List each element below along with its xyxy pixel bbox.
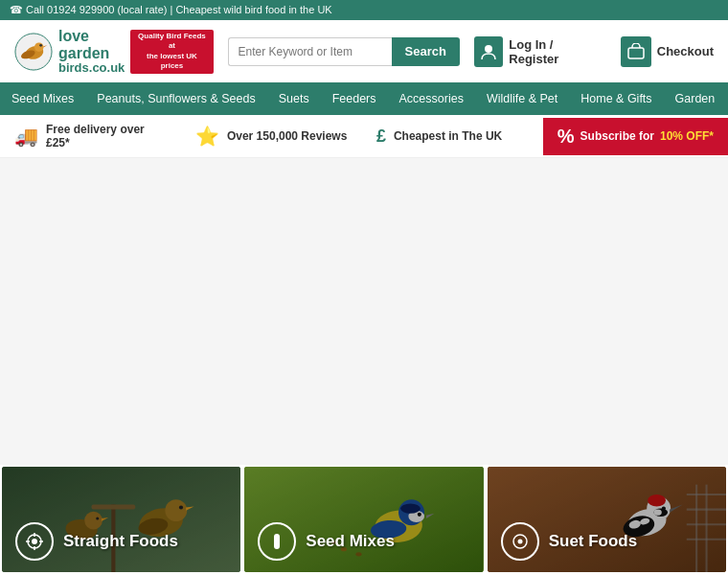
main-nav: Seed Mixes Peanuts, Sunflowers & Seeds S…: [0, 82, 728, 115]
percent-icon: %: [557, 126, 575, 148]
banner-cheapest: £ Cheapest in The UK: [362, 119, 543, 154]
delivery-text: Free delivery over £25*: [46, 123, 167, 150]
reviews-text: Over 150,000 Reviews: [227, 129, 347, 143]
cat-content-seed: Seed Mixes: [258, 522, 395, 561]
logo-text: love garden birds.co.uk: [58, 28, 125, 75]
nav-item-garden[interactable]: Garden: [664, 82, 727, 115]
checkout-label: Checkout: [657, 44, 714, 58]
cheapest-text: Cheapest in The UK: [394, 129, 502, 143]
nav-item-feeders[interactable]: Feeders: [321, 82, 388, 115]
logo-area[interactable]: love garden birds.co.uk Quality Bird Fee…: [14, 28, 214, 75]
subscribe-discount: 10% OFF*: [660, 129, 714, 143]
nav-item-suets[interactable]: Suets: [267, 82, 321, 115]
login-button[interactable]: Log In / Register: [474, 36, 602, 67]
delivery-icon: 🚚: [14, 125, 38, 148]
cat-icon-seed: [258, 522, 296, 561]
search-area: Search: [228, 37, 460, 66]
cat-label-straight: Straight Foods: [63, 532, 178, 551]
login-label: Log In / Register: [509, 37, 602, 66]
category-card-straight-foods[interactable]: Straight Foods: [2, 467, 240, 572]
svg-point-59: [517, 540, 522, 544]
pound-icon: £: [376, 126, 386, 147]
subscribe-prefix: Subscribe for: [580, 129, 654, 143]
svg-point-4: [39, 44, 42, 47]
banner-subscribe[interactable]: % Subscribe for 10% OFF*: [543, 118, 728, 155]
banner-delivery: 🚚 Free delivery over £25*: [0, 115, 181, 157]
search-input[interactable]: [228, 37, 392, 66]
nav-item-seed-mixes[interactable]: Seed Mixes: [0, 82, 85, 115]
header-right: Log In / Register Checkout: [474, 36, 714, 67]
cat-icon-suet: [501, 522, 539, 561]
cat-content-suet: Suet Foods: [501, 522, 638, 561]
nav-item-accessories[interactable]: Accessories: [388, 82, 475, 115]
logo-bird-icon: [14, 32, 53, 72]
category-card-suet-foods[interactable]: Suet Foods: [488, 467, 726, 572]
svg-rect-7: [628, 48, 644, 58]
logo-badge: Quality Bird Feeds at the lowest UK pric…: [130, 30, 213, 74]
svg-point-22: [32, 539, 37, 544]
cat-content-straight: Straight Foods: [15, 522, 178, 561]
header: love garden birds.co.uk Quality Bird Fee…: [0, 20, 728, 82]
checkout-icon: [621, 36, 651, 67]
cat-label-seed: Seed Mixes: [306, 532, 395, 551]
cat-label-suet: Suet Foods: [549, 532, 638, 551]
category-card-seed-mixes[interactable]: Seed Mixes: [244, 467, 483, 572]
banner-strip: 🚚 Free delivery over £25* ⭐ Over 150,000…: [0, 115, 728, 158]
cat-icon-straight: [15, 522, 54, 561]
svg-rect-39: [274, 534, 280, 549]
top-bar: ☎ Call 01924 929900 (local rate) | Cheap…: [0, 0, 728, 20]
nav-item-wildlife[interactable]: Wildlife & Pet: [475, 82, 569, 115]
banner-reviews: ⭐ Over 150,000 Reviews: [181, 117, 362, 155]
search-button[interactable]: Search: [392, 37, 460, 66]
nav-item-peanuts[interactable]: Peanuts, Sunflowers & Seeds: [85, 82, 266, 115]
nav-item-home[interactable]: Home & Gifts: [569, 82, 663, 115]
checkout-button[interactable]: Checkout: [621, 36, 714, 67]
login-icon: [474, 36, 503, 67]
category-row: Straight Foods: [0, 465, 728, 574]
star-icon: ⭐: [195, 125, 219, 148]
hero-banner: [0, 158, 728, 465]
svg-point-6: [485, 45, 492, 53]
top-bar-text: ☎ Call 01924 929900 (local rate) | Cheap…: [10, 4, 332, 16]
svg-point-2: [34, 42, 44, 52]
